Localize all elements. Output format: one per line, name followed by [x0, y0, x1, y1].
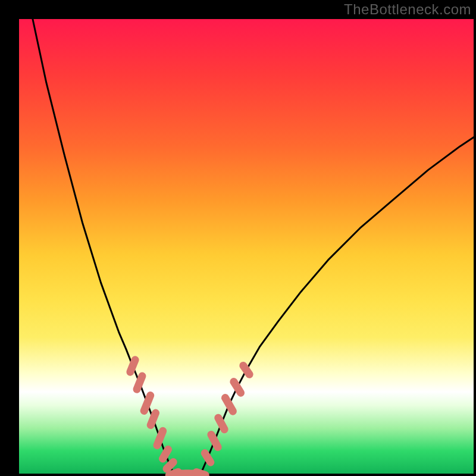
curve-marker — [130, 360, 135, 372]
chart-svg — [19, 19, 474, 474]
curve-marker — [218, 418, 224, 429]
watermark-text: TheBottleneck.com — [344, 1, 471, 18]
curve-marker — [163, 449, 168, 459]
curve-marker — [167, 462, 173, 469]
curve-marker — [151, 413, 155, 425]
curve-marker — [196, 472, 205, 475]
curve-marker — [243, 365, 249, 374]
curve-marker — [137, 376, 142, 389]
marker-group — [130, 360, 249, 475]
curve-marker — [205, 453, 211, 462]
curve-group — [33, 19, 474, 474]
chart-frame: TheBottleneck.com — [0, 0, 476, 476]
bottleneck-curve — [33, 19, 474, 474]
curve-marker — [157, 431, 163, 445]
